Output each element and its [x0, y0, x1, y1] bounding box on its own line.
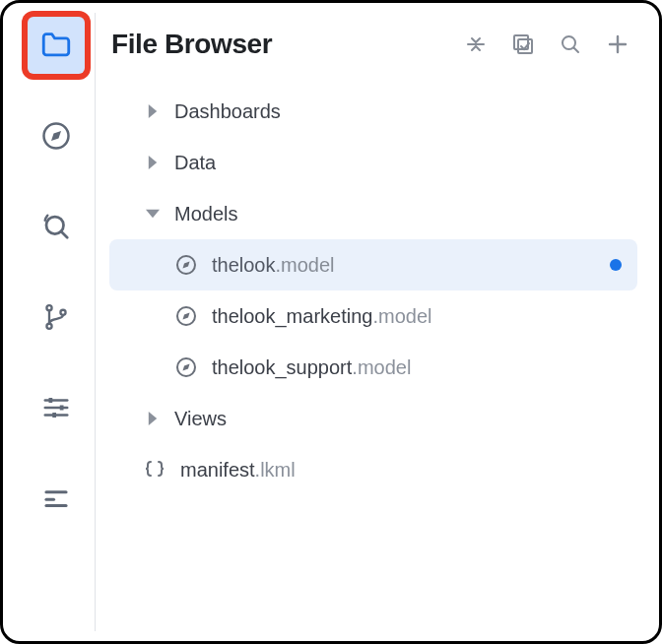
svg-point-5 — [60, 310, 65, 315]
modified-indicator — [610, 259, 622, 271]
history-icon — [41, 212, 71, 241]
svg-marker-1 — [51, 131, 61, 141]
compass-icon — [41, 121, 71, 151]
tree-item-label: Dashboards — [174, 100, 622, 123]
sidebar-item-explore[interactable] — [28, 107, 85, 164]
svg-rect-10 — [59, 406, 63, 411]
plus-icon — [606, 32, 629, 56]
chevron-right-icon — [141, 407, 165, 430]
collapse-all-button[interactable] — [462, 31, 490, 58]
svg-line-19 — [574, 48, 579, 53]
git-branch-icon — [42, 303, 70, 331]
svg-marker-31 — [149, 412, 157, 425]
sliders-icon — [41, 393, 71, 422]
svg-rect-9 — [48, 398, 52, 403]
tree-item-label: thelook_marketing.model — [212, 305, 622, 328]
search-icon — [559, 32, 582, 56]
compass-icon — [172, 302, 200, 330]
panel-header: File Browser — [109, 23, 637, 78]
nav-sidebar — [17, 13, 96, 631]
tree-file[interactable]: thelook_marketing.model — [109, 290, 637, 342]
sidebar-item-history[interactable] — [28, 198, 85, 255]
compass-icon — [172, 354, 200, 381]
tree-file[interactable]: thelook_support.model — [109, 342, 637, 393]
collapse-icon — [464, 32, 488, 56]
svg-marker-28 — [183, 313, 190, 320]
svg-point-4 — [46, 324, 51, 329]
chevron-right-icon — [141, 151, 165, 174]
panel-icon — [41, 483, 71, 513]
braces-icon — [141, 456, 168, 483]
tree-item-label: Views — [174, 408, 622, 430]
tree-folder[interactable]: Views — [109, 393, 637, 444]
tree-item-label: manifest.lkml — [180, 459, 622, 482]
svg-rect-11 — [52, 413, 56, 418]
tree-folder[interactable]: Data — [109, 137, 637, 188]
panel-toolbar — [462, 31, 631, 58]
tree-item-label: Data — [174, 152, 622, 174]
svg-marker-30 — [183, 364, 190, 371]
search-button[interactable] — [557, 31, 584, 58]
svg-point-3 — [46, 305, 51, 310]
sidebar-item-file-browser[interactable] — [28, 17, 85, 74]
chevron-down-icon — [141, 202, 165, 225]
svg-marker-23 — [149, 156, 157, 169]
folder-icon — [39, 29, 73, 62]
tree-item-label: thelook_support.model — [212, 356, 622, 379]
file-tree: Dashboards Data Models thelook.model — [109, 78, 637, 495]
sidebar-item-git[interactable] — [28, 289, 85, 346]
tree-folder[interactable]: Dashboards — [109, 86, 637, 137]
validate-button[interactable] — [509, 31, 537, 58]
panel-title: File Browser — [111, 29, 272, 60]
chevron-right-icon — [141, 99, 165, 123]
tree-file[interactable]: manifest.lkml — [109, 444, 637, 495]
tree-file[interactable]: thelook.model — [109, 239, 637, 290]
tree-item-label: Models — [174, 203, 622, 225]
validate-icon — [511, 32, 535, 56]
sidebar-item-settings[interactable] — [28, 379, 85, 436]
svg-marker-24 — [146, 210, 160, 218]
sidebar-item-panel[interactable] — [28, 470, 85, 527]
svg-marker-26 — [183, 262, 190, 269]
main-panel: File Browser — [96, 13, 645, 631]
compass-icon — [172, 251, 200, 279]
svg-marker-22 — [149, 104, 157, 118]
add-button[interactable] — [604, 31, 631, 58]
tree-item-label: thelook.model — [212, 254, 610, 277]
tree-folder[interactable]: Models — [109, 188, 637, 239]
